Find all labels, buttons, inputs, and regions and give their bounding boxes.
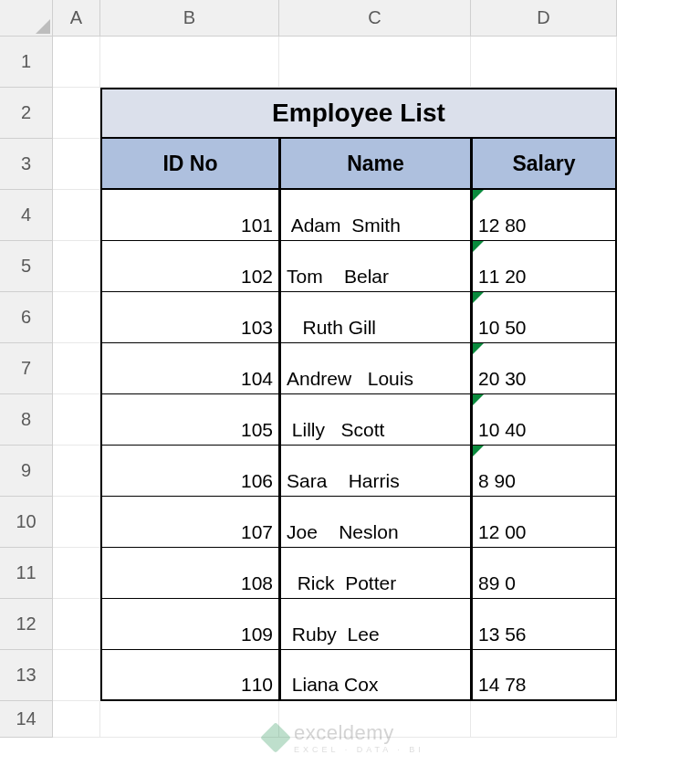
row-header-10[interactable]: 10 — [0, 497, 53, 548]
cell-D14[interactable] — [471, 701, 617, 738]
cell-A8[interactable] — [53, 394, 100, 446]
cell-name-row-9[interactable]: Sara Harris — [279, 446, 471, 497]
row-header-2[interactable]: 2 — [0, 88, 53, 139]
cell-A6[interactable] — [53, 292, 100, 343]
cell-salary-row-10[interactable]: 12 00 — [471, 497, 617, 548]
cell-name-row-8[interactable]: Lilly Scott — [279, 394, 471, 446]
column-header-B[interactable]: B — [100, 0, 279, 37]
cell-B1[interactable] — [100, 37, 279, 88]
cell-A9[interactable] — [53, 446, 100, 497]
cell-A7[interactable] — [53, 343, 100, 394]
row-header-12[interactable]: 12 — [0, 599, 53, 650]
cell-salary-row-8[interactable]: 10 40 — [471, 394, 617, 446]
column-header-A[interactable]: A — [53, 0, 100, 37]
cell-salary-row-7[interactable]: 20 30 — [471, 343, 617, 394]
cell-A10[interactable] — [53, 497, 100, 548]
row-header-3[interactable]: 3 — [0, 139, 53, 190]
cell-salary-row-11[interactable]: 89 0 — [471, 548, 617, 599]
cell-A4[interactable] — [53, 190, 100, 241]
cell-A1[interactable] — [53, 37, 100, 88]
cell-B14[interactable] — [100, 701, 279, 738]
table-header-id[interactable]: ID No — [100, 139, 279, 190]
cell-id-106[interactable]: 106 — [100, 446, 279, 497]
select-all-corner[interactable] — [0, 0, 53, 37]
cell-salary-row-6[interactable]: 10 50 — [471, 292, 617, 343]
cell-id-104[interactable]: 104 — [100, 343, 279, 394]
row-header-5[interactable]: 5 — [0, 241, 53, 292]
cell-id-105[interactable]: 105 — [100, 394, 279, 446]
row-header-11[interactable]: 11 — [0, 548, 53, 599]
cell-A11[interactable] — [53, 548, 100, 599]
column-header-C[interactable]: C — [279, 0, 471, 37]
cell-salary-row-12[interactable]: 13 56 — [471, 599, 617, 650]
cell-salary-row-5[interactable]: 11 20 — [471, 241, 617, 292]
cell-D1[interactable] — [471, 37, 617, 88]
row-header-1[interactable]: 1 — [0, 37, 53, 88]
cell-name-row-10[interactable]: Joe Neslon — [279, 497, 471, 548]
cell-A3[interactable] — [53, 139, 100, 190]
row-header-8[interactable]: 8 — [0, 394, 53, 446]
row-header-4[interactable]: 4 — [0, 190, 53, 241]
cell-C14[interactable] — [279, 701, 471, 738]
cell-id-110[interactable]: 110 — [100, 650, 279, 701]
cell-id-103[interactable]: 103 — [100, 292, 279, 343]
row-header-9[interactable]: 9 — [0, 446, 53, 497]
cell-salary-row-13[interactable]: 14 78 — [471, 650, 617, 701]
cell-A2[interactable] — [53, 88, 100, 139]
cell-A13[interactable] — [53, 650, 100, 701]
table-header-name[interactable]: Name — [279, 139, 471, 190]
row-header-13[interactable]: 13 — [0, 650, 53, 701]
cell-id-107[interactable]: 107 — [100, 497, 279, 548]
column-header-D[interactable]: D — [471, 0, 617, 37]
table-header-salary[interactable]: Salary — [471, 139, 617, 190]
cell-id-109[interactable]: 109 — [100, 599, 279, 650]
cell-salary-row-9[interactable]: 8 90 — [471, 446, 617, 497]
row-header-7[interactable]: 7 — [0, 343, 53, 394]
cell-C1[interactable] — [279, 37, 471, 88]
table-title[interactable]: Employee List — [100, 88, 617, 139]
cell-name-row-13[interactable]: Liana Cox — [279, 650, 471, 701]
cell-A14[interactable] — [53, 701, 100, 738]
cell-id-102[interactable]: 102 — [100, 241, 279, 292]
cell-name-row-12[interactable]: Ruby Lee — [279, 599, 471, 650]
cell-name-row-5[interactable]: Tom Belar — [279, 241, 471, 292]
row-header-6[interactable]: 6 — [0, 292, 53, 343]
cell-name-row-6[interactable]: Ruth Gill — [279, 292, 471, 343]
cell-A5[interactable] — [53, 241, 100, 292]
watermark-subtitle: EXCEL · DATA · BI — [294, 745, 424, 754]
cell-name-row-4[interactable]: Adam Smith — [279, 190, 471, 241]
cell-name-row-7[interactable]: Andrew Louis — [279, 343, 471, 394]
row-header-14[interactable]: 14 — [0, 701, 53, 738]
cell-id-108[interactable]: 108 — [100, 548, 279, 599]
cell-salary-row-4[interactable]: 12 80 — [471, 190, 617, 241]
cell-name-row-11[interactable]: Rick Potter — [279, 548, 471, 599]
cell-id-101[interactable]: 101 — [100, 190, 279, 241]
cell-A12[interactable] — [53, 599, 100, 650]
